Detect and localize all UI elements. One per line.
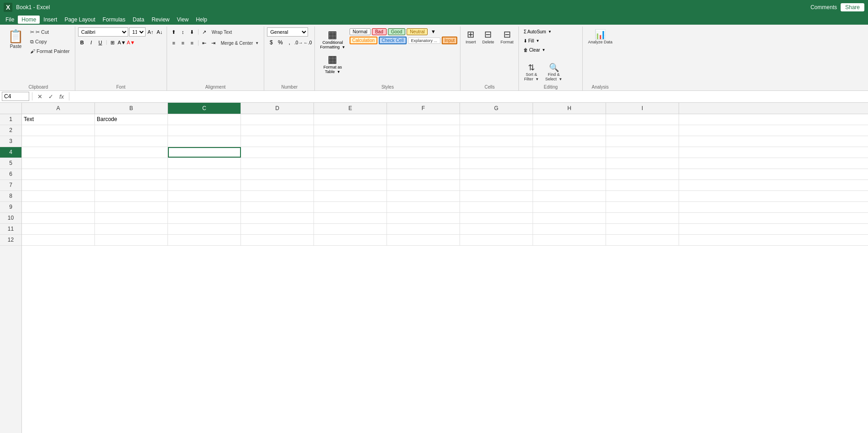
col-header-a[interactable]: A (22, 103, 95, 114)
cell-f1[interactable] (387, 114, 460, 125)
share-btn[interactable]: Share (841, 3, 864, 11)
style-normal-button[interactable]: Normal (350, 28, 371, 35)
cell-i9[interactable] (606, 202, 679, 212)
row-num-1[interactable]: 1 (0, 114, 21, 125)
cell-a10[interactable] (22, 213, 95, 223)
cell-i5[interactable] (606, 158, 679, 169)
clear-button[interactable]: 🗑 Clear ▼ (522, 46, 547, 54)
increase-font-button[interactable]: A↑ (146, 28, 155, 36)
cell-a6[interactable] (22, 169, 95, 180)
borders-button[interactable]: ⊞ (109, 38, 117, 47)
cell-b6[interactable] (95, 169, 168, 180)
cell-d1[interactable] (241, 114, 314, 125)
cell-a7[interactable] (22, 180, 95, 190)
cancel-formula-button[interactable]: ✕ (35, 92, 44, 101)
font-size-select[interactable]: 11 (129, 27, 146, 37)
cell-f3[interactable] (387, 136, 460, 147)
styles-more-button[interactable]: ▼ (429, 27, 437, 36)
cell-e12[interactable] (314, 235, 387, 245)
cell-f4[interactable] (387, 147, 460, 158)
cell-i2[interactable] (606, 125, 679, 136)
style-input-button[interactable]: Input (442, 37, 457, 44)
col-header-f[interactable]: F (387, 103, 460, 114)
cell-e9[interactable] (314, 202, 387, 212)
merge-center-button[interactable]: Merge & Center ▼ (219, 38, 261, 48)
format-as-table-button[interactable]: ▦ Format asTable ▼ (321, 52, 345, 76)
cell-g6[interactable] (460, 169, 533, 180)
cell-c5[interactable] (168, 158, 241, 169)
cell-f12[interactable] (387, 235, 460, 245)
cell-d5[interactable] (241, 158, 314, 169)
cell-c4[interactable] (168, 147, 241, 158)
row-num-10[interactable]: 10 (0, 213, 21, 224)
align-bottom-button[interactable]: ⬇ (188, 28, 196, 36)
cell-i4[interactable] (606, 147, 679, 158)
cell-h7[interactable] (533, 180, 606, 190)
menu-home[interactable]: Home (18, 16, 40, 24)
cell-c8[interactable] (168, 191, 241, 201)
row-num-2[interactable]: 2 (0, 125, 21, 136)
cell-d8[interactable] (241, 191, 314, 201)
cell-h1[interactable] (533, 114, 606, 125)
align-middle-button[interactable]: ↕ (179, 28, 187, 36)
cell-g10[interactable] (460, 213, 533, 223)
align-top-button[interactable]: ⬆ (170, 28, 178, 36)
cell-e4[interactable] (314, 147, 387, 158)
cell-g8[interactable] (460, 191, 533, 201)
cell-h10[interactable] (533, 213, 606, 223)
underline-button[interactable]: U (96, 38, 105, 47)
increase-decimal-button[interactable]: ←.0 (303, 38, 312, 47)
align-left-button[interactable]: ≡ (170, 39, 178, 47)
formula-input[interactable] (72, 93, 866, 100)
cell-a11[interactable] (22, 224, 95, 234)
cell-e2[interactable] (314, 125, 387, 136)
menu-view[interactable]: View (173, 16, 193, 24)
decrease-indent-button[interactable]: ⇤ (200, 39, 209, 47)
cell-g5[interactable] (460, 158, 533, 169)
row-num-4[interactable]: 4 (0, 147, 21, 158)
cell-g11[interactable] (460, 224, 533, 234)
decrease-font-button[interactable]: A↓ (156, 28, 164, 36)
cell-b12[interactable] (95, 235, 168, 245)
cell-c1[interactable] (168, 114, 241, 125)
cell-e5[interactable] (314, 158, 387, 169)
cell-f9[interactable] (387, 202, 460, 212)
style-check-cell-button[interactable]: Check Cell (379, 37, 406, 44)
cell-f11[interactable] (387, 224, 460, 234)
align-right-button[interactable]: ≡ (188, 39, 196, 47)
cell-i11[interactable] (606, 224, 679, 234)
cell-h11[interactable] (533, 224, 606, 234)
cell-d7[interactable] (241, 180, 314, 190)
cell-i7[interactable] (606, 180, 679, 190)
decrease-decimal-button[interactable]: .0→ (294, 38, 303, 47)
cell-i10[interactable] (606, 213, 679, 223)
increase-indent-button[interactable]: ⇥ (209, 39, 218, 47)
cell-c2[interactable] (168, 125, 241, 136)
cell-g12[interactable] (460, 235, 533, 245)
find-select-button[interactable]: 🔍 Find &Select ▼ (543, 61, 565, 83)
style-bad-button[interactable]: Bad (372, 28, 387, 35)
cell-f6[interactable] (387, 169, 460, 180)
col-header-b[interactable]: B (95, 103, 168, 114)
insert-function-button[interactable]: fx (57, 92, 66, 101)
menu-review[interactable]: Review (148, 16, 173, 24)
cell-d3[interactable] (241, 136, 314, 147)
bold-button[interactable]: B (78, 38, 86, 47)
cell-d4[interactable] (241, 147, 314, 158)
cell-a8[interactable] (22, 191, 95, 201)
cut-button[interactable]: ✂ ✂ Cut (28, 27, 72, 37)
row-num-9[interactable]: 9 (0, 202, 21, 213)
cell-a2[interactable] (22, 125, 95, 136)
col-header-h[interactable]: H (533, 103, 606, 114)
cell-d11[interactable] (241, 224, 314, 234)
cell-c6[interactable] (168, 169, 241, 180)
row-num-8[interactable]: 8 (0, 191, 21, 202)
cell-h12[interactable] (533, 235, 606, 245)
cell-c7[interactable] (168, 180, 241, 190)
menu-file[interactable]: File (2, 16, 18, 24)
cell-f5[interactable] (387, 158, 460, 169)
cell-i3[interactable] (606, 136, 679, 147)
format-button[interactable]: ⊟ Format (498, 27, 516, 46)
currency-button[interactable]: $ (267, 38, 275, 47)
cell-c12[interactable] (168, 235, 241, 245)
